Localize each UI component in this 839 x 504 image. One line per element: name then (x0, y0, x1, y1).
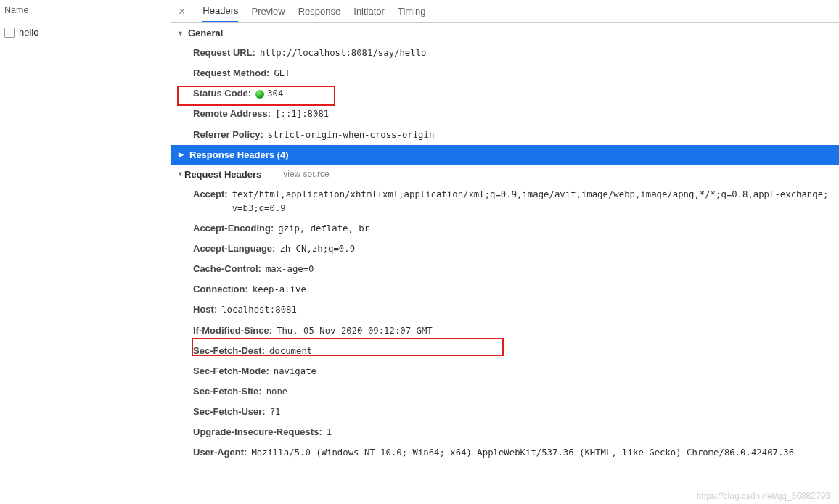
details-panel: × Headers Preview Response Initiator Tim… (171, 0, 839, 504)
header-value: Thu, 05 Nov 2020 09:12:07 GMT (277, 324, 833, 338)
request-header-row: Sec-Fetch-Site:none (171, 381, 839, 402)
general-row: Request Method:GET (171, 63, 839, 83)
request-header-row: Connection:keep-alive (171, 279, 839, 299)
header-value: document (269, 344, 833, 358)
tab-response[interactable]: Response (298, 1, 341, 22)
request-header-row: Sec-Fetch-Mode:navigate (171, 361, 839, 381)
request-header-row: Cache-Control:max-age=0 (171, 259, 839, 279)
header-key: Status Code: (193, 86, 251, 101)
request-header-row: Sec-Fetch-Dest:document (171, 341, 839, 361)
header-key: Remote Address: (193, 107, 271, 121)
tab-initiator[interactable]: Initiator (353, 1, 385, 22)
tab-headers[interactable]: Headers (202, 1, 238, 22)
header-value: keep-alive (253, 283, 833, 297)
header-value: none (266, 385, 833, 399)
section-response-headers-title: Response Headers (4) (189, 149, 289, 160)
header-key: Sec-Fetch-Mode: (193, 364, 269, 379)
header-value: zh-CN,zh;q=0.9 (279, 242, 833, 256)
header-value: Mozilla/5.0 (Windows NT 10.0; Win64; x64… (251, 446, 833, 460)
request-row[interactable]: hello (0, 25, 171, 40)
request-header-row: User-Agent:Mozilla/5.0 (Windows NT 10.0;… (171, 442, 839, 463)
header-key: Sec-Fetch-User: (193, 405, 266, 419)
section-request-headers-title: Request Headers (184, 169, 261, 180)
header-value: strict-origin-when-cross-origin (268, 128, 833, 142)
request-header-row: Accept-Language:zh-CN,zh;q=0.9 (171, 239, 839, 259)
header-key: Accept-Language: (193, 241, 275, 256)
header-value: gzip, deflate, br (278, 222, 833, 236)
request-header-row: Upgrade-Insecure-Requests:1 (171, 422, 839, 442)
header-key: Cache-Control: (193, 262, 261, 276)
chevron-down-icon: ▼ (177, 30, 184, 37)
chevron-down-icon: ▼ (177, 170, 184, 178)
header-value: 304 (255, 87, 833, 101)
section-general-header[interactable]: ▼ General (171, 23, 839, 43)
header-key: Upgrade-Insecure-Requests: (193, 425, 322, 439)
request-header-row: Accept:text/html,application/xhtml+xml,a… (171, 184, 839, 218)
request-list: hello (0, 20, 171, 504)
request-header-row: If-Modified-Since:Thu, 05 Nov 2020 09:12… (171, 321, 839, 341)
header-key: Sec-Fetch-Dest: (193, 344, 265, 358)
header-key: Sec-Fetch-Site: (193, 384, 262, 399)
section-general-title: General (188, 28, 223, 38)
header-key: If-Modified-Since: (193, 323, 272, 338)
header-value: text/html,application/xhtml+xml,applicat… (232, 188, 833, 215)
view-source-link[interactable]: view source (283, 169, 329, 179)
section-request-headers-header[interactable]: ▼ Request Headers view source (171, 165, 839, 184)
header-value: navigate (274, 365, 833, 379)
sidebar: Name hello (0, 0, 171, 504)
headers-panel: ▼ General Request URL:http://localhost:8… (171, 23, 839, 504)
header-key: Accept: (193, 187, 228, 202)
header-value: http://localhost:8081/say/hello (260, 46, 833, 60)
header-key: Connection: (193, 282, 248, 297)
status-dot-icon (255, 90, 264, 99)
header-key: Request URL: (193, 46, 255, 60)
request-header-row: Accept-Encoding:gzip, deflate, br (171, 218, 839, 239)
header-key: User-Agent: (193, 445, 247, 460)
request-header-row: Host:localhost:8081 (171, 299, 839, 320)
header-value: GET (274, 67, 833, 80)
tab-timing[interactable]: Timing (398, 1, 426, 22)
general-row: Status Code:304 (171, 83, 839, 104)
header-value: ?1 (270, 405, 833, 419)
header-value: [::1]:8081 (275, 107, 833, 121)
file-icon (4, 28, 15, 38)
sidebar-column-header[interactable]: Name (0, 0, 171, 20)
header-value: max-age=0 (266, 263, 833, 276)
section-response-headers-header[interactable]: ▶ Response Headers (4) (171, 145, 839, 165)
header-value: 1 (327, 426, 833, 439)
tab-preview[interactable]: Preview (251, 1, 285, 22)
header-key: Referrer Policy: (193, 128, 263, 142)
general-row: Remote Address:[::1]:8081 (171, 104, 839, 124)
header-key: Request Method: (193, 66, 269, 80)
header-key: Accept-Encoding: (193, 221, 274, 236)
chevron-right-icon: ▶ (179, 151, 186, 158)
general-row: Referrer Policy:strict-origin-when-cross… (171, 125, 839, 145)
header-key: Host: (193, 302, 217, 317)
header-value: localhost:8081 (221, 303, 833, 317)
watermark-text: https://blog.csdn.net/qq_36882793 (697, 491, 830, 501)
tab-bar: × Headers Preview Response Initiator Tim… (171, 0, 839, 23)
request-header-row: Sec-Fetch-User:?1 (171, 402, 839, 422)
general-row: Request URL:http://localhost:8081/say/he… (171, 43, 839, 63)
request-row-label: hello (19, 27, 38, 38)
close-icon[interactable]: × (179, 5, 185, 18)
